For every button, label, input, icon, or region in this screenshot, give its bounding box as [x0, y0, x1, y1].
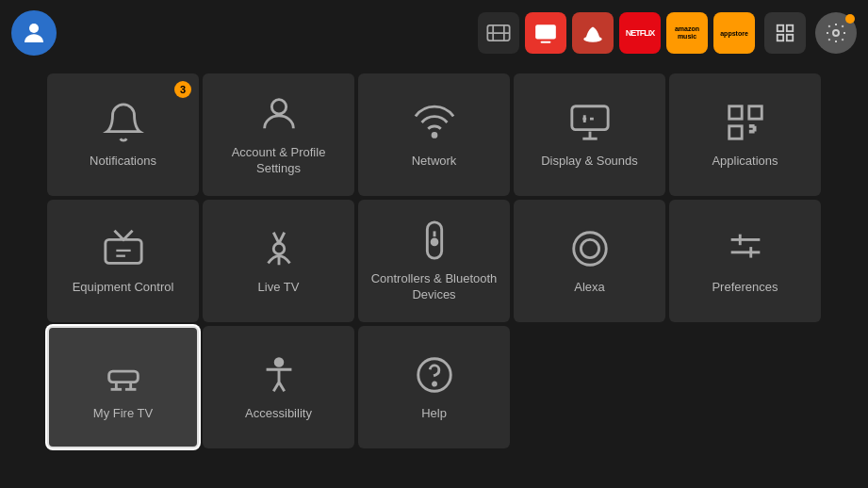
grid-item-account-profile[interactable]: Account & Profile Settings — [203, 73, 354, 196]
svg-rect-19 — [748, 106, 761, 118]
grid-item-live-tv[interactable]: Live TV — [203, 200, 354, 322]
svg-point-24 — [273, 243, 285, 254]
grid-item-equipment-control[interactable]: Equipment Control — [47, 200, 199, 322]
accessibility-label: Accessibility — [239, 406, 318, 422]
display-sounds-icon — [568, 101, 612, 144]
notifications-label: Notifications — [84, 154, 162, 170]
controllers-bluetooth-label: Controllers & Bluetooth Devices — [358, 271, 510, 303]
appstore-app-icon[interactable]: appstore — [713, 12, 755, 54]
grid-item-preferences[interactable]: Preferences — [669, 200, 821, 322]
top-nav: NETFLIX amazonmusic appstore — [0, 0, 868, 66]
svg-point-42 — [433, 382, 435, 385]
svg-rect-18 — [729, 106, 741, 118]
alexa-icon — [568, 227, 612, 270]
grid-item-alexa[interactable]: Alexa — [514, 200, 665, 322]
accessibility-icon — [257, 353, 301, 397]
account-profile-icon — [257, 92, 301, 136]
svg-rect-11 — [787, 35, 793, 41]
alexa-label: Alexa — [568, 280, 611, 296]
help-label: Help — [416, 406, 452, 422]
account-profile-label: Account & Profile Settings — [203, 145, 354, 177]
nav-apps-row: NETFLIX amazonmusic appstore — [478, 12, 755, 54]
hat-app-icon[interactable] — [572, 12, 614, 54]
preferences-label: Preferences — [706, 280, 783, 296]
equipment-control-label: Equipment Control — [67, 280, 180, 296]
nav-find[interactable] — [104, 27, 130, 39]
equipment-control-icon — [102, 227, 145, 270]
cinema-app-icon[interactable] — [478, 12, 519, 54]
grid-item-display-sounds[interactable]: Display & Sounds — [514, 73, 665, 196]
live-tv-icon — [257, 227, 301, 270]
svg-point-30 — [581, 239, 598, 257]
svg-rect-10 — [778, 35, 783, 41]
grid-item-network[interactable]: Network — [358, 73, 510, 196]
settings-notification-dot — [845, 14, 855, 24]
help-icon — [413, 353, 456, 397]
applications-icon — [724, 101, 767, 144]
preferences-icon — [724, 227, 767, 270]
svg-point-12 — [833, 30, 839, 36]
network-label: Network — [406, 154, 463, 170]
svg-rect-20 — [729, 125, 741, 138]
grid-item-controllers-bluetooth[interactable]: Controllers & Bluetooth Devices — [358, 200, 510, 322]
my-fire-tv-icon — [102, 353, 145, 397]
display-sounds-label: Display & Sounds — [535, 154, 644, 170]
grid-item-notifications[interactable]: Notifications3 — [47, 73, 199, 196]
netflix-app-icon[interactable]: NETFLIX — [619, 12, 661, 54]
settings-button[interactable] — [815, 12, 857, 54]
live-tv-label: Live TV — [253, 280, 305, 296]
grid-view-button[interactable] — [764, 12, 806, 54]
nav-live[interactable] — [136, 27, 162, 39]
notifications-badge: 3 — [174, 81, 191, 98]
network-icon — [413, 101, 456, 144]
amazon-music-app-icon[interactable]: amazonmusic — [666, 12, 708, 54]
settings-grid: Notifications3Account & Profile Settings… — [0, 70, 868, 452]
svg-point-29 — [573, 232, 606, 265]
svg-rect-5 — [535, 24, 556, 39]
svg-point-28 — [432, 239, 437, 245]
my-fire-tv-label: My Fire TV — [88, 406, 158, 422]
svg-rect-35 — [108, 371, 138, 382]
grid-item-help[interactable]: Help — [358, 326, 510, 448]
red-tv-app-icon[interactable] — [525, 12, 566, 54]
svg-rect-9 — [787, 25, 793, 31]
controllers-bluetooth-icon — [413, 219, 456, 262]
grid-item-my-fire-tv[interactable]: My Fire TV — [47, 326, 199, 448]
svg-point-13 — [271, 100, 286, 114]
applications-label: Applications — [706, 154, 783, 170]
svg-point-14 — [433, 133, 436, 137]
nav-home[interactable] — [72, 27, 98, 39]
user-avatar[interactable] — [11, 10, 57, 56]
svg-rect-8 — [778, 25, 783, 31]
svg-point-40 — [275, 358, 283, 366]
svg-point-0 — [29, 24, 39, 33]
svg-rect-6 — [541, 41, 551, 43]
notifications-icon — [102, 101, 145, 144]
grid-item-accessibility[interactable]: Accessibility — [203, 326, 354, 448]
grid-item-applications[interactable]: Applications — [669, 73, 821, 196]
